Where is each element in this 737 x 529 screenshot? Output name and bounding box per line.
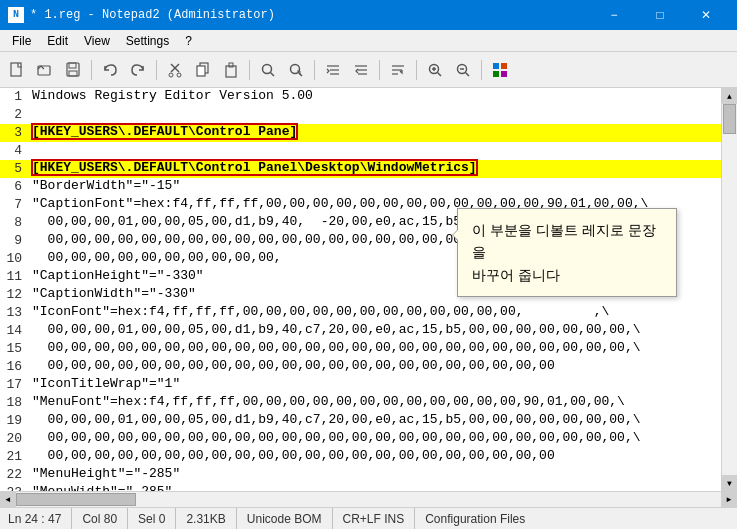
svg-rect-36 xyxy=(501,71,507,77)
callout-text: 이 부분을 디볼트 레지로 문장을바꾸어 줍니다 xyxy=(472,222,656,283)
hscroll-left-btn[interactable]: ◄ xyxy=(0,492,16,508)
line-content[interactable]: "MenuHeight"="-285" xyxy=(28,466,721,484)
line-content[interactable]: 00,00,00,00,00,00,00,00,00,00,00,00,00,0… xyxy=(28,340,721,358)
line-content[interactable] xyxy=(28,106,721,124)
cut-button[interactable] xyxy=(162,57,188,83)
line-content[interactable]: 00,00,00,00,00,00,00,00,00,00,00,00,00,0… xyxy=(28,448,721,466)
callout-tooltip: 이 부분을 디볼트 레지로 문장을바꾸어 줍니다 xyxy=(457,208,677,297)
new-button[interactable] xyxy=(4,57,30,83)
table-row: 14 00,00,00,01,00,00,05,00,d1,b9,40,c7,2… xyxy=(0,322,721,340)
menu-bar: File Edit View Settings ? xyxy=(0,30,737,52)
line-number: 6 xyxy=(0,178,28,196)
line-number: 11 xyxy=(0,268,28,286)
table-row: 1Windows Registry Editor Version 5.00 xyxy=(0,88,721,106)
table-row: 22"MenuHeight"="-285" xyxy=(0,466,721,484)
menu-edit[interactable]: Edit xyxy=(39,30,76,51)
sep6 xyxy=(416,60,417,80)
table-row: 5[HKEY_USERS\.DEFAULT\Control Panel\Desk… xyxy=(0,160,721,178)
undo-button[interactable] xyxy=(97,57,123,83)
svg-point-7 xyxy=(169,73,173,77)
scrollbar-down-btn[interactable]: ▼ xyxy=(722,475,738,491)
status-size: 2.31KB xyxy=(176,508,236,529)
table-row: 19 00,00,00,01,00,00,05,00,d1,b9,40,c7,2… xyxy=(0,412,721,430)
line-number: 3 xyxy=(0,124,28,142)
table-row: 6"BorderWidth"="-15" xyxy=(0,178,721,196)
scrollbar-up-btn[interactable]: ▲ xyxy=(722,88,738,104)
line-content[interactable]: 00,00,00,00,00,00,00,00,00,00,00,00,00,0… xyxy=(28,358,721,376)
line-content[interactable]: [HKEY_USERS\.DEFAULT\Control Panel\Deskt… xyxy=(28,160,721,178)
line-number: 10 xyxy=(0,250,28,268)
line-content[interactable]: Windows Registry Editor Version 5.00 xyxy=(28,88,721,106)
sep7 xyxy=(481,60,482,80)
indent-button[interactable] xyxy=(320,57,346,83)
horizontal-scrollbar[interactable]: ◄ ► xyxy=(0,491,737,507)
table-row: 17"IconTitleWrap"="1" xyxy=(0,376,721,394)
line-number: 23 xyxy=(0,484,28,491)
line-number: 21 xyxy=(0,448,28,466)
hscroll-thumb[interactable] xyxy=(16,493,136,506)
sep1 xyxy=(91,60,92,80)
zoom-out-button[interactable] xyxy=(450,57,476,83)
hscroll-track[interactable] xyxy=(16,492,721,507)
close-button[interactable]: ✕ xyxy=(683,0,729,30)
table-row: 2 xyxy=(0,106,721,124)
table-row: 15 00,00,00,00,00,00,00,00,00,00,00,00,0… xyxy=(0,340,721,358)
line-number: 1 xyxy=(0,88,28,106)
svg-rect-33 xyxy=(493,63,499,69)
svg-rect-0 xyxy=(11,63,21,76)
table-row: 13"IconFont"=hex:f4,ff,ff,ff,00,00,00,00… xyxy=(0,304,721,322)
line-content[interactable]: 00,00,00,01,00,00,05,00,d1,b9,40,c7,20,0… xyxy=(28,322,721,340)
vertical-scrollbar[interactable]: ▲ ▼ xyxy=(721,88,737,491)
line-number: 15 xyxy=(0,340,28,358)
status-line-ending: CR+LF INS xyxy=(333,508,416,529)
line-content[interactable]: "IconFont"=hex:f4,ff,ff,ff,00,00,00,00,0… xyxy=(28,304,721,322)
line-number: 4 xyxy=(0,142,28,160)
line-number: 5 xyxy=(0,160,28,178)
menu-file[interactable]: File xyxy=(4,30,39,51)
svg-line-27 xyxy=(438,72,442,76)
hscroll-right-btn[interactable]: ► xyxy=(721,492,737,508)
line-content[interactable] xyxy=(28,142,721,160)
line-content[interactable]: "MenuWidth"="-285" xyxy=(28,484,721,491)
line-number: 14 xyxy=(0,322,28,340)
sep5 xyxy=(379,60,380,80)
scrollbar-track[interactable] xyxy=(722,104,737,475)
sep4 xyxy=(314,60,315,80)
line-content[interactable]: "IconTitleWrap"="1" xyxy=(28,376,721,394)
line-content[interactable]: "BorderWidth"="-15" xyxy=(28,178,721,196)
line-number: 18 xyxy=(0,394,28,412)
unindent-button[interactable] xyxy=(348,57,374,83)
menu-view[interactable]: View xyxy=(76,30,118,51)
find-button[interactable] xyxy=(255,57,281,83)
scheme-button[interactable] xyxy=(487,57,513,83)
scrollbar-thumb[interactable] xyxy=(723,104,736,134)
paste-button[interactable] xyxy=(218,57,244,83)
zoom-in-button[interactable] xyxy=(422,57,448,83)
status-sel: Sel 0 xyxy=(128,508,176,529)
line-content[interactable]: "MenuFont"=hex:f4,ff,ff,ff,00,00,00,00,0… xyxy=(28,394,721,412)
line-number: 20 xyxy=(0,430,28,448)
line-number: 13 xyxy=(0,304,28,322)
find-next-button[interactable] xyxy=(283,57,309,83)
line-content[interactable]: 00,00,00,01,00,00,05,00,d1,b9,40,c7,20,0… xyxy=(28,412,721,430)
svg-rect-11 xyxy=(226,66,236,77)
window-controls: − □ ✕ xyxy=(591,0,729,30)
line-number: 12 xyxy=(0,286,28,304)
open-button[interactable] xyxy=(32,57,58,83)
line-content[interactable]: [HKEY_USERS\.DEFAULT\Control Pane] xyxy=(28,124,721,142)
svg-point-13 xyxy=(263,64,272,73)
line-content[interactable]: 00,00,00,00,00,00,00,00,00,00,00,00,00,0… xyxy=(28,430,721,448)
minimize-button[interactable]: − xyxy=(591,0,637,30)
wordwrap-button[interactable] xyxy=(385,57,411,83)
redo-button[interactable] xyxy=(125,57,151,83)
table-row: 20 00,00,00,00,00,00,00,00,00,00,00,00,0… xyxy=(0,430,721,448)
status-position: Ln 24 : 47 xyxy=(8,508,72,529)
maximize-button[interactable]: □ xyxy=(637,0,683,30)
app-icon: N xyxy=(8,7,24,23)
status-col: Col 80 xyxy=(72,508,128,529)
copy-button[interactable] xyxy=(190,57,216,83)
menu-help[interactable]: ? xyxy=(177,30,200,51)
line-number: 22 xyxy=(0,466,28,484)
save-button[interactable] xyxy=(60,57,86,83)
menu-settings[interactable]: Settings xyxy=(118,30,177,51)
